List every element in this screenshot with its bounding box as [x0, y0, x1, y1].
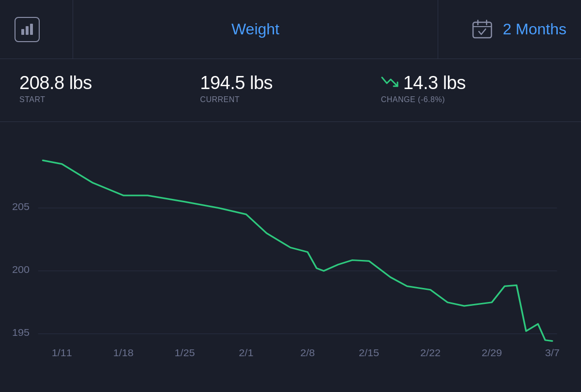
x-label-6: 2/15: [359, 347, 379, 358]
weight-line: [43, 160, 552, 341]
stat-start: 208.8 lbs START: [19, 73, 200, 104]
svg-rect-2: [30, 24, 33, 35]
x-label-1: 1/11: [52, 347, 72, 358]
stats-row: 208.8 lbs START 194.5 lbs CURRENT 14.3 l…: [0, 59, 581, 122]
y-label-195: 195: [12, 327, 30, 338]
change-value-row: 14.3 lbs: [381, 73, 562, 93]
header-left: [15, 17, 73, 42]
header-right[interactable]: 2 Months: [438, 17, 566, 42]
chart-bar-icon[interactable]: [15, 17, 40, 42]
time-range-label[interactable]: 2 Months: [503, 20, 566, 38]
x-label-5: 2/8: [300, 347, 315, 358]
start-label: START: [19, 95, 200, 104]
stat-change: 14.3 lbs CHANGE (-6.8%): [381, 73, 562, 104]
page-title: Weight: [231, 20, 279, 38]
x-label-9: 3/7: [545, 347, 560, 358]
trend-down-icon: [381, 74, 398, 92]
change-value-text: 14.3 lbs: [403, 73, 466, 93]
svg-rect-0: [21, 29, 24, 35]
y-label-200: 200: [12, 264, 30, 275]
y-label-205: 205: [12, 201, 30, 212]
x-label-2: 1/18: [113, 347, 134, 358]
app-header: Weight 2 Months: [0, 0, 581, 59]
current-label: CURRENT: [200, 95, 381, 104]
chart-wrapper: 205 200 195 1/11 1/18 1/25 2/1 2/8 2/15 …: [0, 132, 571, 382]
change-label: CHANGE (-6.8%): [381, 95, 562, 104]
calendar-icon[interactable]: [470, 17, 495, 42]
chart-container: 205 200 195 1/11 1/18 1/25 2/1 2/8 2/15 …: [0, 122, 581, 392]
svg-rect-1: [26, 26, 29, 35]
header-center: Weight: [73, 0, 438, 59]
current-value: 194.5 lbs: [200, 73, 381, 93]
x-label-3: 1/25: [175, 347, 195, 358]
x-label-7: 2/22: [420, 347, 441, 358]
x-label-4: 2/1: [239, 347, 253, 358]
svg-rect-3: [473, 22, 491, 38]
start-value: 208.8 lbs: [19, 73, 200, 93]
stat-current: 194.5 lbs CURRENT: [200, 73, 381, 104]
weight-chart: 205 200 195 1/11 1/18 1/25 2/1 2/8 2/15 …: [0, 132, 571, 382]
x-label-8: 2/29: [482, 347, 502, 358]
